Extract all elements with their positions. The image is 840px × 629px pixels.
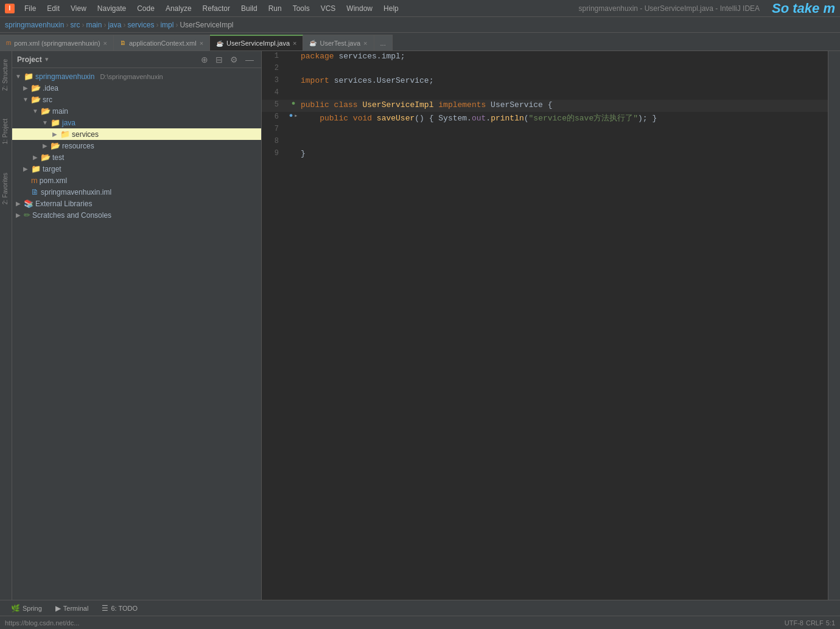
project-tree: ▼ 📁 springmavenhuxin D:\springmavenhuxin… [12,68,261,223]
tree-item-scratches[interactable]: ▶ ✏ Scratches and Consoles [12,209,261,221]
status-encoding[interactable]: UTF-8 [785,619,803,627]
java-label: java [62,119,75,127]
tab-applicationcontext[interactable]: 🗎 applicationContext.xml × [114,35,210,50]
root-icon: 📁 [24,72,33,81]
menu-help[interactable]: Help [379,3,404,14]
idea-label: .idea [43,84,58,92]
src-arrow: ▼ [22,96,29,103]
idea-arrow: ▶ [22,85,29,91]
tree-item-test[interactable]: ▶ 📂 test [12,151,261,163]
tree-item-target[interactable]: ▶ 📁 target [12,163,261,175]
breadcrumb-main[interactable]: main [86,21,102,29]
menu-refactor[interactable]: Refactor [198,3,235,14]
tab-userserviceimpl-close[interactable]: × [293,40,296,47]
line-num-9: 9 [262,148,286,158]
menu-code[interactable]: Code [132,3,159,14]
code-editor[interactable]: 1 package services.impl; 2 3 import serv… [262,51,828,600]
menu-navigate[interactable]: Navigate [93,3,131,14]
scratches-icon: ✏ [24,210,30,220]
menu-vcs[interactable]: VCS [316,3,341,14]
tree-item-resources[interactable]: ▶ 📂 resources [12,140,261,151]
status-url: https://blog.csdn.net/dc... [5,619,79,627]
project-dropdown-icon[interactable]: ▾ [45,55,49,63]
tree-item-main[interactable]: ▼ 📂 main [12,105,261,117]
status-linecol[interactable]: 5:1 [826,619,835,627]
ext-lib-label: External Libraries [35,200,92,208]
tab-pom-label: pom.xml (springmavenhuxin) [14,40,100,47]
tab-more[interactable]: ... [374,35,393,50]
project-title: Project [17,55,42,64]
tree-item-java[interactable]: ▼ 📁 java [12,117,261,128]
editor-content: 1 package services.impl; 2 3 import serv… [262,51,828,600]
code-line-6: 6 ● ▸ public void saveUser() { System.ou… [262,112,828,124]
menu-build[interactable]: Build [236,3,262,14]
main-label: main [52,107,68,116]
tab-usertest-close[interactable]: × [363,40,367,47]
tree-item-external-libraries[interactable]: ▶ 📚 External Libraries [12,198,261,209]
breadcrumb-services[interactable]: services [127,21,154,29]
side-tab-favorites[interactable]: 2: Favorites [0,168,12,209]
line-num-1: 1 [262,51,286,60]
collapse-btn[interactable]: ⊟ [213,54,225,66]
add-btn[interactable]: ⊕ [198,54,211,66]
tree-item-services[interactable]: ▶ 📁 services [12,128,261,140]
right-panel [828,51,840,600]
breadcrumb-root[interactable]: springmavenhuxin [5,21,64,29]
test-label: test [52,153,64,162]
menu-file[interactable]: File [19,3,41,14]
menu-tools[interactable]: Tools [288,3,315,14]
line-content-5: public class UserServiceImpl implements … [301,100,828,110]
tab-appctx-close[interactable]: × [200,40,203,47]
side-tab-project[interactable]: 1: Project [0,114,12,149]
settings-btn[interactable]: ⚙ [228,54,240,66]
header-actions: ⊕ ⊟ ⚙ — [198,54,256,66]
breadcrumb-java[interactable]: java [108,21,121,29]
menu-edit[interactable]: Edit [42,3,65,14]
gutter-fold-6[interactable]: ▸ [294,112,298,119]
bottom-tab-spring[interactable]: 🌿 Spring [5,602,48,614]
status-linesep[interactable]: CRLF [806,619,824,627]
tab-userserviceimpl[interactable]: ☕ UserServiceImpl.java × [210,35,303,50]
tab-pom[interactable]: m pom.xml (springmavenhuxin) × [0,35,114,50]
menu-analyze[interactable]: Analyze [161,3,197,14]
bottom-tab-terminal[interactable]: ▶ Terminal [49,602,95,614]
tab-pom-close[interactable]: × [103,40,107,47]
line-content-2 [301,63,828,64]
tree-item-root[interactable]: ▼ 📁 springmavenhuxin D:\springmavenhuxin [12,71,261,82]
target-label: target [43,165,61,173]
side-tab-structure[interactable]: Z: Structure [0,54,12,96]
tree-item-idea[interactable]: ▶ 📂 .idea [12,82,261,94]
tree-item-iml[interactable]: 🗎 springmavenhuxin.iml [12,186,261,198]
src-icon: 📂 [31,95,41,104]
line-content-3: import services.UserService; [301,75,828,86]
code-line-8: 8 [262,136,828,148]
side-panel-tabs: Z: Structure 1: Project 2: Favorites [0,51,12,600]
breadcrumb-impl[interactable]: impl [160,21,173,29]
java-arrow: ▼ [41,119,49,126]
tree-item-pom[interactable]: m pom.xml [12,175,261,186]
code-line-5: 5 ● public class UserServiceImpl impleme… [262,100,828,112]
scratches-label: Scratches and Consoles [32,211,111,220]
status-url-text: https://blog.csdn.net/dc... [5,619,79,627]
line-content-6: public void saveUser() { System.out.prin… [301,112,828,124]
line-num-8: 8 [262,136,286,145]
java-icon: 📁 [51,118,60,127]
menu-run[interactable]: Run [264,3,287,14]
tree-item-src[interactable]: ▼ 📂 src [12,94,261,105]
menu-window[interactable]: Window [341,3,377,14]
services-icon: 📁 [60,130,70,139]
tab-more-label: ... [380,40,386,47]
src-label: src [43,96,52,104]
breadcrumb-file: UserServiceImpl [180,21,233,29]
close-panel-btn[interactable]: — [243,54,256,66]
services-arrow: ▶ [51,131,58,137]
menu-view[interactable]: View [66,3,91,14]
iml-label: springmavenhuxin.iml [41,188,111,196]
bottom-tab-todo[interactable]: ☰ 6: TODO [96,602,144,614]
line-num-3: 3 [262,75,286,85]
idea-icon: 📂 [31,83,41,92]
tab-usertest[interactable]: ☕ UserTest.java × [303,35,374,50]
breadcrumb-src[interactable]: src [70,21,80,29]
code-line-9: 9 } [262,148,828,161]
project-panel: Project ▾ ⊕ ⊟ ⚙ — ▼ 📁 springmavenhuxin D… [12,51,262,600]
